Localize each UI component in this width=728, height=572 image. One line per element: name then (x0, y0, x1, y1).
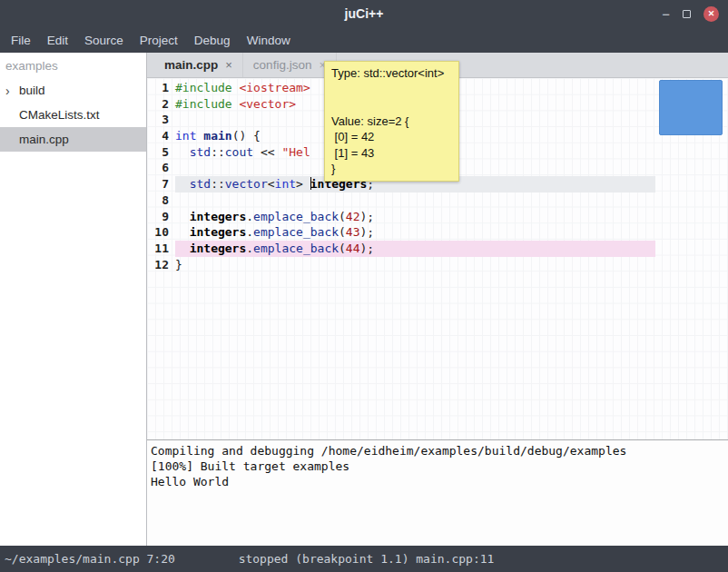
menu-item-edit[interactable]: Edit (39, 27, 76, 53)
tab-close-icon[interactable]: × (225, 58, 232, 72)
debug-tooltip: Type: std::vector<int> Value: size=2 { [… (324, 61, 459, 182)
status-file-position: ~/examples/main.cpp 7:20 (0, 552, 239, 566)
sidebar: examples ›buildCMakeLists.txtmain.cpp (0, 53, 146, 546)
line-number[interactable]: 10 (147, 224, 169, 241)
code-line[interactable]: 9 integers.emplace_back(42); (147, 209, 655, 225)
tab-config.json[interactable]: config.json× (243, 53, 337, 77)
line-number[interactable]: 3 (147, 112, 169, 128)
line-number[interactable]: 1 (147, 80, 169, 96)
close-icon[interactable]: ✕ (703, 6, 719, 22)
code-text: integers.emplace_back(43); (175, 224, 655, 241)
menu-item-project[interactable]: Project (132, 27, 186, 53)
code-text: integers.emplace_back(42); (175, 209, 655, 225)
tab-main.cpp[interactable]: main.cpp× (154, 53, 243, 77)
tooltip-line: Type: std::vector<int> (331, 65, 452, 82)
menu-item-file[interactable]: File (3, 27, 39, 53)
restore-icon[interactable] (683, 10, 691, 18)
status-debug-state: stopped (breakpoint 1.1) main.cpp:11 (239, 552, 495, 566)
line-number[interactable]: 8 (147, 192, 169, 209)
code-line[interactable]: 12} (147, 257, 655, 273)
code-text: integers.emplace_back(44); (175, 241, 655, 257)
tree-item-build[interactable]: ›build (0, 78, 146, 103)
line-number[interactable]: 9 (147, 209, 169, 225)
expander-icon[interactable]: › (5, 84, 19, 97)
overview-scrollbar-area (655, 78, 728, 439)
window-controls: − ✕ (662, 0, 719, 27)
tree-item-label: build (19, 84, 45, 97)
line-number[interactable]: 12 (147, 257, 169, 273)
code-line[interactable]: 11 integers.emplace_back(44); (147, 241, 655, 257)
tree-item-main.cpp[interactable]: main.cpp (0, 127, 146, 152)
terminal-output[interactable]: Compiling and debugging /home/eidheim/ex… (147, 440, 728, 546)
line-number[interactable]: 6 (147, 160, 169, 176)
tooltip-line: Value: size=2 { (331, 113, 452, 130)
window-title: juCi++ (345, 6, 384, 21)
minimize-icon[interactable]: − (662, 7, 670, 21)
line-number[interactable]: 4 (147, 128, 169, 144)
code-text (175, 192, 655, 209)
line-number[interactable]: 7 (147, 176, 169, 192)
tooltip-line: [0] = 42 (331, 129, 452, 145)
scrollbar-thumb[interactable] (659, 80, 723, 135)
terminal-line: Hello World (151, 474, 724, 489)
terminal-line: Compiling and debugging /home/eidheim/ex… (151, 443, 724, 459)
title-bar: juCi++ − ✕ (0, 0, 728, 27)
line-number[interactable]: 11 (147, 241, 169, 257)
menu-item-source[interactable]: Source (76, 27, 132, 53)
menu-item-debug[interactable]: Debug (186, 27, 239, 53)
sidebar-header: examples (0, 53, 146, 78)
line-number[interactable]: 5 (147, 144, 169, 161)
tree-item-label: main.cpp (19, 133, 69, 146)
status-bar: ~/examples/main.cpp 7:20 stopped (breakp… (0, 546, 728, 572)
file-tree: ›buildCMakeLists.txtmain.cpp (0, 78, 146, 152)
tooltip-line (331, 82, 452, 98)
tooltip-line: } (331, 161, 452, 177)
tab-label: config.json (253, 58, 312, 72)
line-number[interactable]: 2 (147, 96, 169, 113)
code-line[interactable]: 8 (147, 192, 655, 209)
tab-label: main.cpp (164, 58, 218, 72)
menu-bar: FileEditSourceProjectDebugWindow (0, 27, 728, 53)
menu-item-window[interactable]: Window (239, 27, 299, 53)
terminal-line: [100%] Built target examples (151, 459, 724, 474)
tooltip-line: [1] = 43 (331, 145, 452, 162)
tree-item-CMakeLists.txt[interactable]: CMakeLists.txt (0, 103, 146, 127)
tree-item-label: CMakeLists.txt (19, 108, 100, 122)
code-line[interactable]: 10 integers.emplace_back(43); (147, 224, 655, 241)
code-text: } (175, 257, 655, 273)
tooltip-line (331, 97, 452, 113)
